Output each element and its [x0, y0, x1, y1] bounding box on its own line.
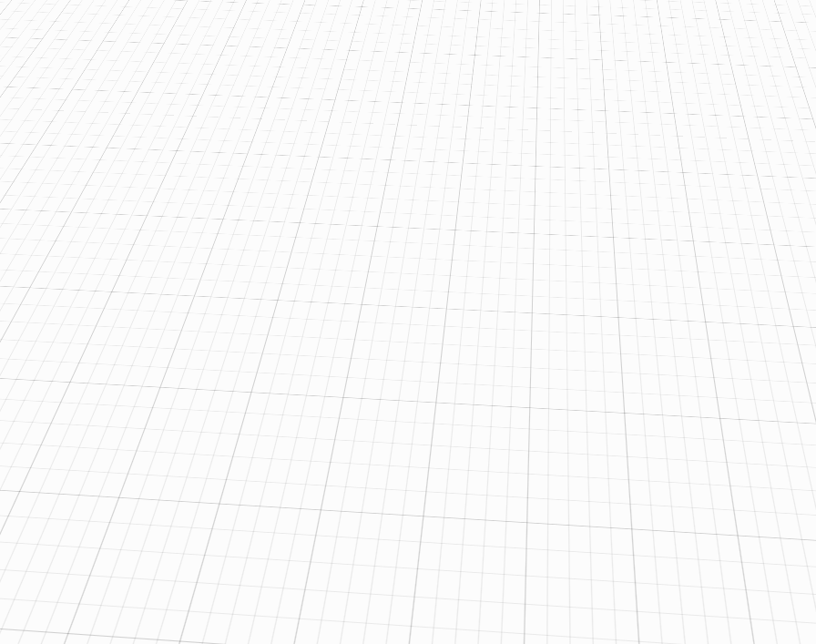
type-dropdown[interactable]: Cylindrical: [595, 228, 726, 255]
marker-left-bar: [267, 69, 273, 92]
rotate-motion-button[interactable]: [595, 330, 628, 358]
joint-motion-limits-title: Joint Motion Limits: [504, 303, 612, 318]
preview-motion-label: Preview Motion: [492, 473, 573, 487]
rest-checkbox[interactable]: [597, 435, 612, 451]
section-collapse-icon: [489, 308, 496, 313]
all-limits-label: All Limits: [492, 507, 539, 522]
motion-section-title: Motion: [504, 200, 543, 215]
rotate-motion-icon: [601, 332, 623, 356]
fusion-viewport: AS-BUILT JOINT Components 2 selected × O…: [0, 0, 816, 644]
cylindrical-joint-icon: [603, 231, 617, 251]
snap-label: Snap: [492, 166, 519, 180]
maximum-label: Maximum: [492, 404, 543, 419]
components-value: 2 selected: [618, 97, 672, 111]
slide-motion-icon: [638, 328, 655, 355]
cursor-arrow-icon: [602, 166, 614, 181]
simple-origin-icon: [601, 127, 623, 148]
minimum-input[interactable]: [624, 365, 723, 390]
axis-dropdown[interactable]: Z Axis: [595, 261, 726, 289]
rest-input[interactable]: [624, 434, 723, 458]
motion-section-header[interactable]: Motion: [489, 200, 543, 215]
dialog-footer: i OK Cancel: [481, 531, 761, 563]
components-clear-icon[interactable]: ×: [705, 97, 721, 112]
maximum-checkbox[interactable]: [597, 401, 612, 416]
marker-ring: [277, 76, 297, 89]
dropdown-caret-icon: [710, 273, 718, 278]
axis-label: Axis: [492, 268, 515, 282]
limits-motion-label: Motion: [492, 336, 527, 351]
all-limits-checkbox[interactable]: [597, 504, 612, 519]
type-label: Type: [492, 234, 517, 249]
cursor-arrow-icon: [602, 97, 614, 112]
rest-label: Rest: [492, 439, 516, 454]
components-selection-field[interactable]: 2 selected: [595, 90, 706, 118]
maximum-input[interactable]: [624, 399, 723, 424]
bolt-cap[interactable]: [160, 19, 417, 198]
origin-mode-two-edge-button[interactable]: [671, 127, 693, 148]
dialog-title: AS-BUILT JOINT: [511, 67, 608, 81]
origin-mode-label: Origin Mode: [492, 131, 556, 146]
as-built-joint-dialog: AS-BUILT JOINT Components 2 selected × O…: [480, 59, 762, 564]
minimum-label: Minimum: [492, 371, 540, 385]
ok-button[interactable]: OK: [601, 545, 658, 564]
minimum-checkbox[interactable]: [597, 367, 612, 383]
between-two-faces-icon: [638, 128, 659, 148]
slide-motion-button[interactable]: [636, 331, 658, 353]
origin-mode-between-faces-button[interactable]: [638, 127, 659, 148]
two-edge-intersection-icon: [672, 128, 693, 148]
z-axis-icon: [603, 265, 621, 285]
snap-value: 1 selected: [618, 167, 672, 180]
joint-motion-limits-section-header[interactable]: Joint Motion Limits: [489, 303, 612, 318]
section-collapse-icon: [489, 205, 496, 210]
snap-selection-field[interactable]: 1 selected: [595, 159, 706, 187]
preview-motion-play-icon[interactable]: [600, 475, 609, 486]
info-icon[interactable]: i: [488, 547, 504, 562]
components-label: Components: [492, 97, 559, 112]
y-axis-line: [9, 257, 94, 430]
dropdown-caret-icon: [710, 240, 718, 244]
type-value: Cylindrical: [617, 235, 710, 249]
cancel-button[interactable]: Cancel: [692, 545, 749, 564]
snap-clear-icon[interactable]: ×: [705, 166, 721, 180]
dialog-header[interactable]: AS-BUILT JOINT: [481, 60, 761, 87]
origin-mode-simple-button[interactable]: [595, 123, 628, 151]
axis-value: Z Axis: [621, 269, 710, 282]
collapse-dialog-icon[interactable]: [491, 66, 505, 80]
